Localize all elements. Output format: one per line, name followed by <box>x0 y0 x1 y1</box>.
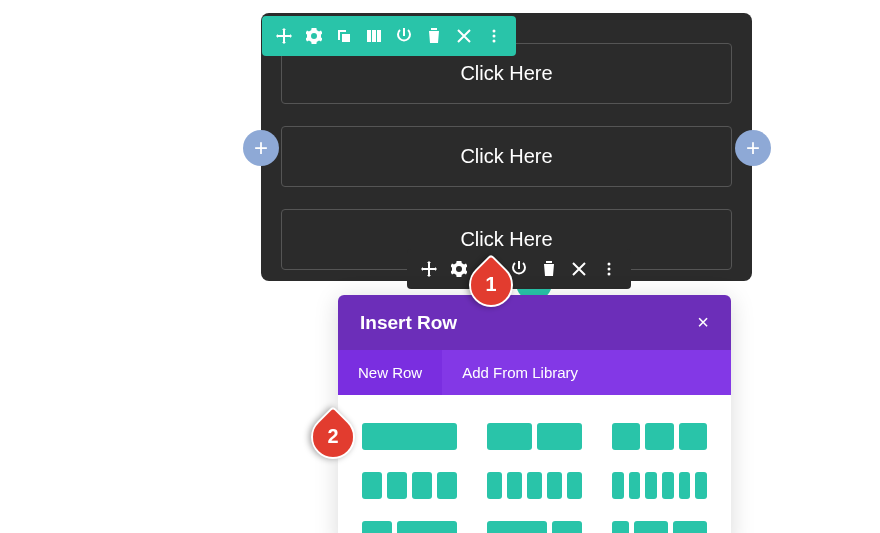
tab-new-row[interactable]: New Row <box>338 350 442 395</box>
move-icon[interactable] <box>421 261 437 277</box>
panel-tabs: New Row Add From Library <box>338 350 731 395</box>
move-icon[interactable] <box>276 28 292 44</box>
row-toolbar <box>407 249 631 289</box>
svg-point-2 <box>493 40 496 43</box>
layout-1col[interactable] <box>362 423 457 450</box>
add-section-right[interactable]: + <box>735 130 771 166</box>
layout-1-3[interactable] <box>612 521 707 533</box>
more-icon[interactable] <box>601 261 617 277</box>
layout-2col[interactable] <box>487 423 582 450</box>
tab-add-from-library[interactable]: Add From Library <box>442 350 598 395</box>
duplicate-icon[interactable] <box>336 28 352 44</box>
power-icon[interactable] <box>396 28 412 44</box>
annotation-marker-1: 1 <box>469 263 513 307</box>
gear-icon[interactable] <box>451 261 467 277</box>
trash-icon[interactable] <box>426 28 442 44</box>
panel-title: Insert Row <box>360 312 457 334</box>
add-section-left[interactable]: + <box>243 130 279 166</box>
svg-point-4 <box>608 268 611 271</box>
columns-icon[interactable] <box>366 28 382 44</box>
layout-4col[interactable] <box>362 472 457 499</box>
power-icon[interactable] <box>511 261 527 277</box>
close-icon[interactable]: × <box>697 311 709 334</box>
close-icon[interactable] <box>456 28 472 44</box>
layout-5col[interactable] <box>487 472 582 499</box>
layout-3col[interactable] <box>612 423 707 450</box>
layout-1-2[interactable] <box>362 521 457 533</box>
layout-6col[interactable] <box>612 472 707 499</box>
close-icon[interactable] <box>571 261 587 277</box>
svg-point-0 <box>493 30 496 33</box>
svg-point-1 <box>493 35 496 38</box>
panel-header: Insert Row × <box>338 295 731 350</box>
gear-icon[interactable] <box>306 28 322 44</box>
annotation-marker-2: 2 <box>311 415 355 459</box>
more-icon[interactable] <box>486 28 502 44</box>
trash-icon[interactable] <box>541 261 557 277</box>
svg-point-5 <box>608 273 611 276</box>
section-toolbar <box>262 16 516 56</box>
svg-point-3 <box>608 263 611 266</box>
row-layouts <box>338 395 731 533</box>
cta-button[interactable]: Click Here <box>281 126 732 187</box>
layout-2-1[interactable] <box>487 521 582 533</box>
insert-row-panel: Insert Row × New Row Add From Library <box>338 295 731 533</box>
